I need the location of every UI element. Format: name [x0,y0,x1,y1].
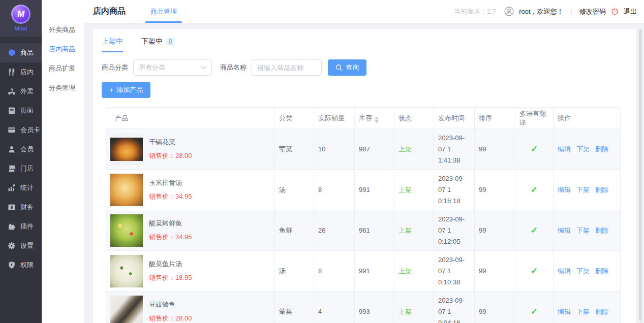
cell-publish-time: 2023-09-07 11:41:38 [434,129,475,170]
delete-link[interactable]: 删除 [595,186,608,193]
cell-stock: 991 [355,170,394,210]
tab-product-management[interactable]: 商品管理 [150,0,177,23]
product-price: 销售价：34.95 [149,233,192,242]
delete-link[interactable]: 删除 [595,145,608,153]
product-image [110,214,143,247]
member-icon [8,145,16,153]
subnav-product-extension[interactable]: 商品扩展 [42,59,84,78]
sidebar-item-plugins[interactable]: 插件 [0,217,42,236]
product-image [110,174,143,206]
off-shelf-count-badge: 0 [166,38,175,46]
search-button-label: 查询 [346,63,359,72]
add-product-button[interactable]: + 添加产品 [102,82,150,98]
content-card: 上架中 下架中0 商品分类 所有分类 商品名称 [93,29,636,323]
delete-link[interactable]: 删除 [595,267,608,275]
product-name: 酸菜烤鲜鱼 [149,219,192,228]
version-label: 当前版本：2.7 [454,7,496,16]
subnav-instore-products[interactable]: 店内商品 [42,40,84,59]
cube-icon [8,49,16,57]
sidebar-item-label: 会员 [20,145,34,154]
sidebar-item-members[interactable]: 会员 [0,140,42,159]
product-price: 销售价：18.95 [149,273,192,282]
cell-actions: 编辑下架删除 [554,170,621,210]
status-badge: 上架 [398,308,412,315]
tab-off-shelf[interactable]: 下架中0 [141,37,175,52]
cell-category: 汤 [275,170,314,210]
cell-category: 荤菜 [275,292,314,323]
sidebar-item-products[interactable]: 商品 [0,43,42,62]
delete-link[interactable]: 删除 [595,227,608,234]
subnav-label: 分类管理 [49,83,75,92]
logout-link[interactable]: 退出 [624,7,637,16]
sidebar-item-stores[interactable]: 门店 [0,159,42,178]
cell-sort: 99 [475,251,515,292]
cell-publish-time: 2023-09-07 10:12:05 [434,210,475,251]
product-name: 干锅花菜 [149,138,192,147]
sidebar-item-settings[interactable]: 设置 [0,236,42,255]
product-image [110,255,143,287]
subnav-category-management[interactable]: 分类管理 [42,78,84,98]
col-sales: 实际销量 [314,108,355,129]
col-category: 分类 [275,108,314,129]
table-row: 豆豉鲮鱼 销售价：28.00 荤菜 4 993 上架 2023-09-07 10… [106,292,621,323]
brand-name: Mitai [14,25,27,31]
tab-on-shelf[interactable]: 上架中 [102,37,123,52]
category-select-value: 所有分类 [139,63,165,72]
sidebar-item-label: 商品 [20,48,34,57]
table-row: 干锅花菜 销售价：28.00 荤菜 10 987 上架 2023-09-07 1… [106,129,621,170]
sidebar-item-takeout[interactable]: 外卖 [0,82,42,101]
search-icon [335,64,343,71]
shield-icon [8,261,16,269]
sidebar-item-pages[interactable]: 页面 [0,101,42,120]
take-down-link[interactable]: 下架 [576,227,590,234]
cell-sales: 26 [314,210,355,251]
sidebar-item-instore[interactable]: 店内 [0,62,42,82]
sidebar-item-label: 财务 [20,203,34,212]
take-down-link[interactable]: 下架 [576,145,590,153]
edit-link[interactable]: 编辑 [558,308,571,315]
sort-caret-icon[interactable] [375,117,379,123]
plugin-icon [8,222,16,231]
sidebar-item-permissions[interactable]: 权限 [0,255,42,275]
take-down-link[interactable]: 下架 [576,267,590,275]
cell-category: 汤 [275,251,314,292]
search-button[interactable]: 查询 [328,59,366,76]
sidebar-item-label: 外卖 [20,87,34,96]
primary-sidebar: M Mitai 商品 店内 外卖 页面 会员卡 [0,0,42,323]
vertical-scrollbar[interactable] [639,29,642,321]
take-down-link[interactable]: 下架 [576,308,590,315]
product-name: 酸菜鱼片汤 [149,260,192,269]
cell-sort: 99 [475,210,515,251]
col-stock[interactable]: 库存 [355,108,394,129]
edit-link[interactable]: 编辑 [558,227,571,234]
cell-actions: 编辑下架删除 [554,251,621,292]
scooter-icon [8,87,16,95]
edit-link[interactable]: 编辑 [558,267,571,275]
brand-logo: M Mitai [0,0,42,37]
add-product-label: 添加产品 [116,85,143,94]
cell-stock: 991 [355,251,394,292]
cell-publish-time: 2023-09-07 10:15:18 [434,170,475,210]
edit-link[interactable]: 编辑 [558,145,571,153]
sidebar-item-finance[interactable]: 财务 [0,198,42,217]
col-stock-label: 库存 [359,114,372,121]
change-password-link[interactable]: 修改密码 [579,7,606,16]
table-header-row: 产品 分类 实际销量 库存 状态 发布时间 排序 多语言翻译 操作 [106,108,621,129]
delete-link[interactable]: 删除 [595,308,608,315]
sidebar-item-statistics[interactable]: 统计 [0,178,42,198]
product-name-input[interactable] [252,59,322,76]
edit-link[interactable]: 编辑 [558,186,571,193]
sidebar-item-label: 店内 [20,68,34,77]
take-down-link[interactable]: 下架 [576,186,590,193]
app-window: M Mitai 商品 店内 外卖 页面 会员卡 [0,0,644,323]
col-sort: 排序 [475,108,515,129]
cell-publish-time: 2023-09-07 10:10:38 [434,251,475,292]
category-select[interactable]: 所有分类 [133,59,212,76]
gear-icon [8,242,16,250]
sidebar-item-membercard[interactable]: 会员卡 [0,120,42,140]
subnav-takeout-products[interactable]: 外卖商品 [42,20,84,40]
translated-check-icon: ✓ [531,225,538,235]
sidebar-item-label: 权限 [20,261,34,270]
cell-sort: 99 [475,170,515,210]
sidebar-item-label: 统计 [20,183,34,192]
